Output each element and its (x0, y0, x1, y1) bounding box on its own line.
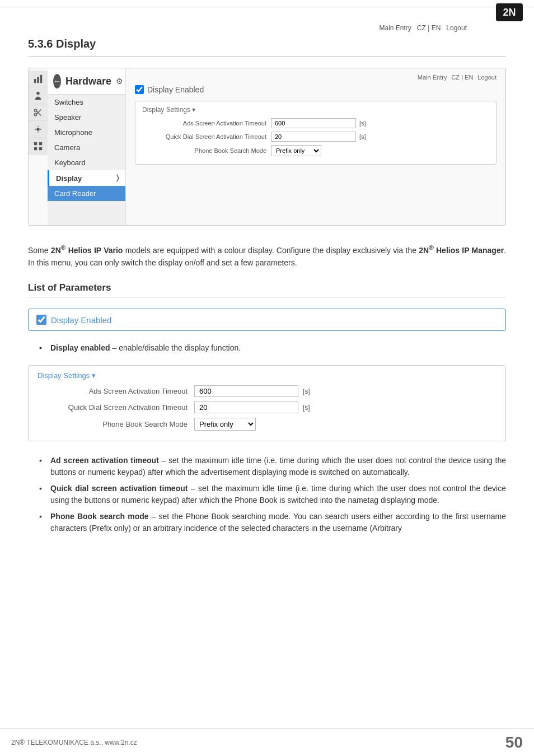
display-settings-title[interactable]: Display Settings ▾ (38, 371, 496, 380)
param-display-enabled: Display Enabled (28, 309, 506, 331)
sidebar: ← Hardware ⚙ Switches Speaker Microphone (48, 68, 126, 225)
bullet-phonebook-search: Phone Book search mode – set the Phone B… (39, 511, 506, 534)
description-text: Some 2N® Helios IP Vario models are equi… (28, 242, 506, 269)
bullet-text-1: – enable/disable the display function. (110, 343, 241, 352)
main-content: Main Entry CZ | EN Logout 5.3.6 Display (0, 7, 534, 562)
ads-unit: [s] (359, 120, 366, 127)
display-enabled-check[interactable]: Display Enabled (135, 85, 496, 94)
sidebar-icons-strip (29, 68, 48, 225)
ui-screenshot-box: ← Hardware ⚙ Switches Speaker Microphone (28, 68, 506, 226)
top-nav: Main Entry CZ | EN Logout (28, 24, 467, 32)
logo-2n: 2N (496, 3, 523, 21)
panel-top-nav: Main Entry CZ | EN Logout (135, 74, 496, 81)
nav-main-entry[interactable]: Main Entry (379, 24, 411, 32)
sidebar-nav: Switches Speaker Microphone Camera Keybo… (48, 95, 125, 201)
ds-row-ads: Ads Screen Activation Timeout [s] (38, 385, 496, 397)
phonebook-select[interactable]: Prefix only Arbitrary (271, 145, 321, 156)
settings-row-quick-dial: Quick Dial Screen Activation Timeout [s] (142, 132, 489, 142)
ads-label: Ads Screen Activation Timeout (142, 120, 271, 127)
svg-rect-2 (40, 74, 43, 82)
panel-lang[interactable]: CZ | EN (451, 74, 473, 81)
quick-dial-unit: [s] (359, 133, 366, 140)
bullet-bold-ad: Ad screen activation timeout (50, 456, 159, 465)
settings-group: Display Settings ▾ Ads Screen Activation… (135, 101, 496, 165)
ds-row-phonebook: Phone Book Search Mode Prefix only Arbit… (38, 418, 496, 431)
sidebar-item-card-reader[interactable]: Card Reader (48, 186, 125, 201)
settings-row-phonebook: Phone Book Search Mode Prefix only Arbit… (142, 145, 489, 156)
phonebook-label: Phone Book Search Mode (142, 147, 271, 154)
param-display-checkbox[interactable] (36, 315, 46, 325)
display-enabled-checkbox[interactable] (135, 85, 144, 94)
ds-quickdial-input[interactable] (194, 402, 298, 413)
ads-value[interactable] (271, 118, 356, 128)
quick-dial-value[interactable] (271, 132, 356, 142)
sidebar-item-microphone[interactable]: Microphone (48, 125, 125, 140)
svg-rect-9 (39, 142, 42, 144)
sidebar-item-speaker[interactable]: Speaker (48, 110, 125, 125)
svg-point-3 (36, 91, 39, 94)
sidebar-item-keyboard[interactable]: Keyboard (48, 155, 125, 170)
bullet-quickdial-timeout: Quick dial screen activation timeout – s… (39, 483, 506, 506)
ds-ads-unit: [s] (303, 388, 310, 395)
param-display-label: Display Enabled (51, 315, 111, 325)
top-bar: 2N (0, 0, 534, 7)
icon-person-item[interactable] (29, 87, 48, 104)
bullet-bold-phonebook: Phone Book search mode (50, 512, 149, 521)
footer-page: 50 (505, 734, 523, 752)
panel-logout[interactable]: Logout (477, 74, 496, 81)
bullet-list-2: Ad screen activation timeout – set the m… (28, 455, 506, 534)
icon-scissors-item[interactable] (29, 104, 48, 121)
nav-lang[interactable]: CZ | EN (417, 24, 441, 32)
list-of-params-title: List of Parameters (28, 282, 506, 297)
ds-phonebook-select[interactable]: Prefix only Arbitrary (194, 418, 256, 431)
svg-rect-8 (34, 142, 37, 144)
icon-gear-item[interactable] (29, 121, 48, 138)
sidebar-item-display[interactable]: Display 〉 (48, 170, 125, 186)
nav-logout[interactable]: Logout (446, 24, 467, 32)
svg-rect-0 (34, 79, 36, 83)
section-title: 5.3.6 Display (28, 38, 506, 57)
panel-main-entry[interactable]: Main Entry (418, 74, 447, 81)
main-panel: Main Entry CZ | EN Logout Display Enable… (126, 68, 505, 225)
svg-rect-11 (39, 147, 42, 150)
svg-rect-10 (34, 147, 37, 150)
icon-grid-item[interactable] (29, 138, 48, 155)
bullet-bold-1: Display enabled (50, 343, 110, 352)
footer: 2N® TELEKOMUNIKACE a.s., www.2n.cz 50 (0, 729, 534, 756)
ds-phonebook-label: Phone Book Search Mode (38, 420, 194, 428)
bullet-display-enabled: Display enabled – enable/disable the dis… (39, 342, 506, 354)
footer-copyright: 2N® TELEKOMUNIKACE a.s., www.2n.cz (11, 739, 137, 746)
bullet-ad-timeout: Ad screen activation timeout – set the m… (39, 455, 506, 478)
ds-row-quickdial: Quick Dial Screen Activation Timeout [s] (38, 402, 496, 413)
ds-ads-input[interactable] (194, 385, 298, 397)
sidebar-gear-icon[interactable]: ⚙ (116, 77, 123, 86)
sidebar-header: ← Hardware ⚙ (48, 68, 125, 95)
display-enabled-label: Display Enabled (147, 85, 204, 94)
settings-row-ads: Ads Screen Activation Timeout [s] (142, 118, 489, 128)
quick-dial-label: Quick Dial Screen Activation Timeout (142, 133, 271, 140)
sidebar-title: Hardware (65, 76, 111, 87)
display-settings-panel: Display Settings ▾ Ads Screen Activation… (28, 365, 506, 441)
sidebar-item-camera[interactable]: Camera (48, 140, 125, 155)
back-button[interactable]: ← (53, 74, 61, 88)
chevron-right-icon: 〉 (116, 174, 119, 183)
sidebar-item-switches[interactable]: Switches (48, 95, 125, 110)
bullet-list-1: Display enabled – enable/disable the dis… (28, 342, 506, 354)
svg-rect-1 (37, 77, 39, 83)
ds-quickdial-unit: [s] (303, 404, 310, 412)
icon-bar-chart-item[interactable] (29, 71, 48, 87)
settings-group-title[interactable]: Display Settings ▾ (142, 106, 489, 114)
ds-ads-label: Ads Screen Activation Timeout (38, 387, 194, 395)
ds-quickdial-label: Quick Dial Screen Activation Timeout (38, 403, 194, 412)
bullet-bold-quickdial: Quick dial screen activation timeout (50, 484, 188, 493)
